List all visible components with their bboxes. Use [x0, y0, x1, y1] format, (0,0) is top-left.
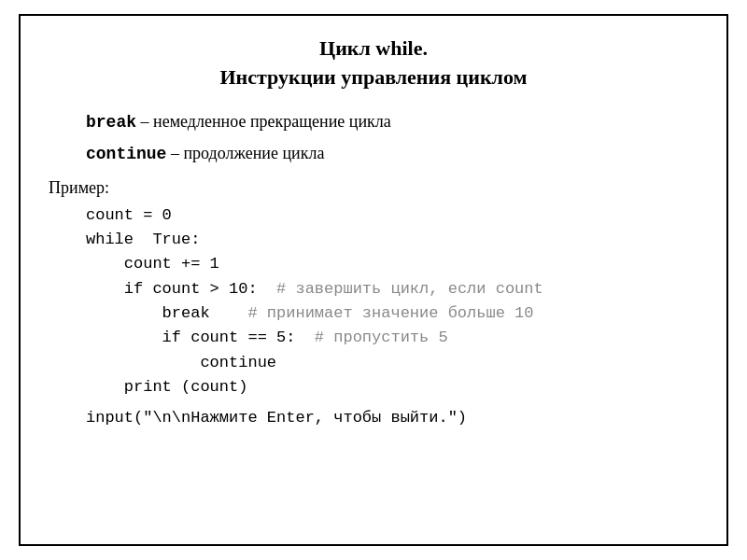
code-line4-comment: # завершить цикл, если count: [276, 280, 543, 298]
break-desc: – немедленное прекращение цикла: [136, 112, 391, 131]
continue-keyword: continue: [86, 145, 166, 163]
title-line1: Цикл while.: [49, 35, 698, 63]
continue-instruction: continue – продолжение цикла: [86, 141, 698, 167]
code-line4-text: if count > 10:: [86, 280, 276, 298]
code-line7: continue: [86, 351, 698, 375]
code-line2: while True:: [86, 228, 698, 252]
code-line5-comment: # принимает значение больше 10: [247, 304, 533, 322]
code-line5: break # принимает значение больше 10: [86, 301, 698, 326]
code-line4: if count > 10: # завершить цикл, если co…: [86, 277, 698, 301]
title-line2: Инструкции управления циклом: [49, 63, 698, 92]
break-keyword: break: [86, 113, 136, 132]
code-line3: count += 1: [86, 252, 698, 276]
code-line6-comment: # пропустить 5: [315, 329, 448, 346]
code-line1: count = 0: [86, 203, 698, 228]
code-line5-text: break: [86, 304, 247, 322]
continue-desc: – продолжение цикла: [166, 144, 324, 162]
code-line8: print (count): [86, 375, 698, 399]
code-line6: if count == 5: # пропустить 5: [86, 326, 698, 350]
slide-title: Цикл while. Инструкции управления циклом: [49, 35, 698, 92]
input-line: input("\n\nНажмите Enter, чтобы выйти."): [49, 409, 698, 427]
code-block: count = 0 while True: count += 1 if coun…: [49, 203, 698, 400]
slide-container: Цикл while. Инструкции управления циклом…: [19, 14, 728, 546]
code-line6-text: if count == 5:: [86, 329, 315, 346]
instructions-block: break – немедленное прекращение цикла co…: [49, 109, 698, 167]
break-instruction: break – немедленное прекращение цикла: [86, 109, 698, 135]
example-label: Пример:: [49, 178, 698, 198]
